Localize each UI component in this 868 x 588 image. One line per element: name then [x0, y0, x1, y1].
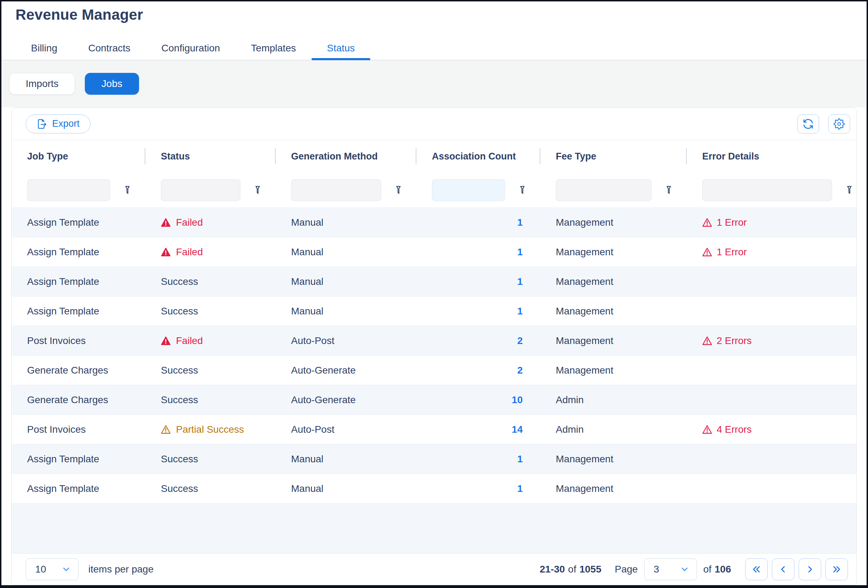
tab-templates[interactable]: Templates — [235, 37, 311, 60]
fee-type-cell: Management — [540, 483, 687, 494]
tab-billing[interactable]: Billing — [15, 37, 73, 60]
filter-input-fee-type[interactable] — [556, 179, 651, 201]
app-window: Revenue Manager Billing Contracts Config… — [0, 0, 868, 588]
job-type-cell: Post Invoices — [12, 335, 145, 346]
column-header-generation-method: Generation Method — [276, 140, 416, 173]
table-header-row: Job Type Status Generation Method Associ… — [12, 140, 856, 173]
filter-input-generation-method[interactable] — [291, 179, 381, 201]
association-count-link[interactable]: 2 — [517, 365, 523, 376]
fee-type-cell: Admin — [540, 394, 687, 406]
tab-bar: Billing Contracts Configuration Template… — [15, 37, 853, 60]
filter-menu-button-generation-method[interactable] — [393, 184, 404, 196]
table-row: Generate Charges Success Auto-Generate 2… — [12, 356, 856, 385]
page-number-select[interactable]: 3 — [644, 558, 697, 580]
filter-menu-button-association-count[interactable] — [517, 184, 528, 196]
export-button[interactable]: Export — [26, 114, 90, 133]
status-text: Success — [161, 276, 198, 287]
table-row: Assign Template Success Manual 1 Managem… — [12, 444, 856, 474]
fee-type-cell: Management — [540, 306, 687, 317]
column-header-error-details: Error Details — [687, 140, 856, 173]
filter-menu-button-error-details[interactable] — [844, 184, 855, 196]
table-body: Assign Template Failed Manual 1 Manageme… — [12, 208, 856, 504]
association-count-link[interactable]: 14 — [512, 424, 523, 435]
filter-cell-job-type — [12, 173, 145, 207]
association-count-link[interactable]: 1 — [517, 247, 523, 258]
error-details-link[interactable]: 4 Errors — [702, 424, 752, 436]
tab-label: Templates — [251, 43, 296, 54]
table-row: Generate Charges Success Auto-Generate 1… — [12, 385, 856, 415]
double-chevron-right-icon — [831, 564, 842, 575]
association-count-link[interactable]: 1 — [517, 306, 523, 317]
filter-menu-button-status[interactable] — [252, 184, 263, 196]
association-count-link[interactable]: 2 — [517, 335, 523, 346]
filter-input-association-count[interactable] — [432, 179, 505, 201]
error-details-cell: 4 Errors — [687, 424, 856, 436]
filter-input-status[interactable] — [161, 179, 241, 201]
association-count-cell: 10 — [416, 394, 540, 406]
card-wrap: Export — [1, 107, 867, 585]
status-text: Success — [161, 365, 198, 376]
column-header-status: Status — [145, 140, 276, 173]
fee-type-cell: Management — [540, 365, 687, 376]
page-size-select[interactable]: 10 — [26, 558, 78, 580]
status-cell: Partial Success — [145, 424, 276, 435]
tab-contracts[interactable]: Contracts — [73, 37, 146, 60]
table-row: Assign Template Failed Manual 1 Manageme… — [12, 237, 856, 267]
page-total: of 106 — [703, 564, 731, 575]
association-count-link[interactable]: 1 — [517, 276, 523, 287]
error-details-link[interactable]: 1 Error — [702, 246, 747, 258]
first-page-button[interactable] — [745, 558, 768, 580]
error-details-cell: 1 Error — [687, 246, 856, 258]
previous-page-button[interactable] — [772, 558, 794, 580]
export-file-icon — [37, 119, 47, 129]
association-count-cell: 1 — [416, 217, 540, 228]
error-details-link[interactable]: 1 Error — [702, 217, 747, 229]
table-row: Assign Template Success Manual 1 Managem… — [12, 474, 856, 504]
table-row: Assign Template Failed Manual 1 Manageme… — [12, 208, 856, 237]
error-details-cell: 2 Errors — [687, 335, 856, 347]
funnel-icon — [252, 184, 263, 196]
generation-method-cell: Manual — [276, 247, 416, 258]
tab-configuration[interactable]: Configuration — [146, 37, 236, 60]
job-type-cell: Assign Template — [12, 454, 145, 465]
error-details-cell: 1 Error — [687, 217, 856, 229]
association-count-link[interactable]: 10 — [512, 394, 523, 406]
status-cell: Failed — [145, 335, 276, 346]
toggle-imports[interactable]: Imports — [9, 73, 75, 95]
refresh-icon — [803, 118, 814, 130]
job-type-cell: Assign Template — [12, 217, 145, 228]
filter-menu-button-job-type[interactable] — [122, 184, 133, 196]
filter-input-error-details[interactable] — [702, 179, 832, 201]
association-count-cell: 1 — [416, 276, 540, 287]
filter-menu-button-fee-type[interactable] — [663, 184, 674, 196]
status-text: Success — [161, 483, 198, 494]
job-type-cell: Generate Charges — [12, 365, 145, 376]
tab-status[interactable]: Status — [311, 37, 370, 60]
status-cell: Success — [145, 394, 276, 406]
column-header-fee-type: Fee Type — [540, 140, 687, 173]
association-count-cell: 2 — [416, 365, 540, 376]
association-count-link[interactable]: 1 — [517, 483, 523, 494]
status-cell: Success — [145, 365, 276, 376]
generation-method-cell: Manual — [276, 454, 416, 465]
warning-filled-icon — [161, 218, 171, 227]
last-page-button[interactable] — [825, 558, 848, 580]
page-size-value: 10 — [35, 564, 46, 575]
generation-method-cell: Manual — [276, 276, 416, 287]
generation-method-cell: Manual — [276, 217, 416, 228]
generation-method-cell: Auto-Generate — [276, 365, 416, 376]
fee-type-cell: Management — [540, 276, 687, 287]
table-row: Post Invoices Partial Success Auto-Post … — [12, 415, 856, 444]
error-details-link[interactable]: 2 Errors — [702, 335, 752, 347]
chevron-right-icon — [805, 564, 815, 575]
pagination-controls: 21-30 of 1055 Page 3 of 106 — [540, 558, 848, 580]
association-count-link[interactable]: 1 — [517, 217, 523, 228]
association-count-link[interactable]: 1 — [517, 454, 523, 465]
filter-input-job-type[interactable] — [27, 179, 110, 201]
double-chevron-left-icon — [751, 564, 762, 575]
next-page-button[interactable] — [799, 558, 821, 580]
settings-button[interactable] — [828, 114, 850, 133]
refresh-button[interactable] — [797, 114, 819, 133]
funnel-icon — [517, 184, 528, 196]
toggle-jobs[interactable]: Jobs — [85, 73, 139, 95]
